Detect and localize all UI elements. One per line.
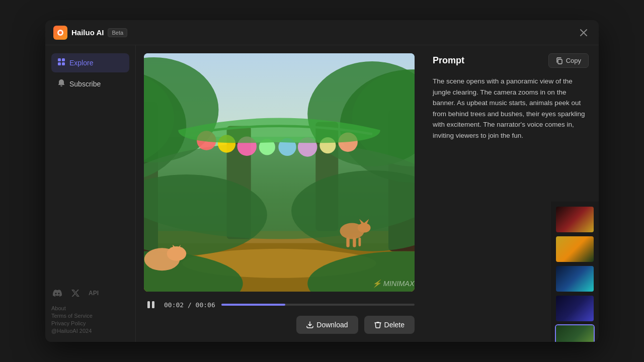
prompt-header: Prompt Copy (433, 53, 589, 68)
prompt-text: The scene opens with a panoramic view of… (433, 76, 589, 141)
thumb-img-5 (556, 325, 594, 342)
svg-text:⚡ MINIMAX | 🅗 hailuoAI: ⚡ MINIMAX | 🅗 hailuoAI (372, 279, 415, 288)
subscribe-label: Subscribe (69, 80, 101, 88)
prompt-section: Prompt Copy The scene opens with a panor… (423, 45, 599, 202)
thumb-img-1 (556, 207, 594, 232)
playback-controls-row: 00:02 / 00:06 (144, 298, 415, 312)
svg-point-1 (59, 31, 62, 34)
time-display: 00:02 / 00:06 (164, 301, 215, 309)
copy-button[interactable]: Copy (548, 53, 589, 68)
thumb-img-4 (556, 296, 594, 321)
about-link[interactable]: About (51, 305, 129, 311)
terms-link[interactable]: Terms of Service (51, 313, 129, 319)
thumb-img-2 (556, 236, 594, 262)
svg-rect-49 (152, 301, 154, 308)
explore-icon (57, 58, 65, 68)
progress-bar[interactable] (221, 304, 415, 306)
thumbnail-2[interactable] (555, 235, 595, 263)
thumb-img-3 (556, 266, 594, 292)
explore-label: Explore (69, 59, 93, 67)
logo-area: Hailuo AI Beta (53, 26, 127, 40)
thumbnail-4[interactable] (555, 295, 595, 322)
app-name: Hailuo AI (71, 28, 104, 37)
right-panel: Prompt Copy The scene opens with a panor… (423, 45, 599, 342)
pause-button[interactable] (144, 298, 158, 312)
app-window: Hailuo AI Beta (45, 20, 599, 342)
thumbnail-1[interactable] (555, 206, 595, 233)
privacy-link[interactable]: Privacy Policy (51, 320, 129, 326)
title-bar: Hailuo AI Beta (45, 20, 599, 45)
copyright-text: @HailuoAI 2024 (51, 328, 129, 334)
svg-rect-5 (62, 58, 65, 61)
thumbnail-3[interactable] (555, 265, 595, 293)
video-container[interactable]: ⚡ MINIMAX | 🅗 hailuoAI (144, 53, 415, 292)
svg-point-40 (358, 223, 371, 232)
sidebar-nav: Explore Subscribe (51, 53, 129, 287)
svg-rect-38 (353, 237, 356, 247)
close-button[interactable] (577, 26, 591, 40)
subscribe-icon (57, 79, 65, 89)
thumbnail-5[interactable] (555, 324, 595, 342)
svg-rect-50 (558, 59, 562, 64)
thumbnail-strip (551, 202, 599, 342)
prompt-title: Prompt (433, 55, 464, 66)
app-logo-icon (53, 26, 67, 40)
download-button[interactable]: Download (296, 316, 358, 334)
svg-rect-39 (358, 237, 361, 246)
svg-rect-7 (62, 62, 65, 65)
footer-links: About Terms of Service Privacy Policy @H… (51, 305, 129, 334)
video-area: ⚡ MINIMAX | 🅗 hailuoAI 00:02 / 00:06 (136, 45, 423, 342)
delete-button[interactable]: Delete (364, 316, 415, 334)
delete-label: Delete (384, 321, 405, 329)
twitter-link[interactable] (69, 287, 82, 299)
copy-label: Copy (566, 57, 581, 64)
sidebar-footer: API About Terms of Service Privacy Polic… (51, 287, 129, 334)
video-controls: 00:02 / 00:06 Download (144, 292, 415, 334)
sidebar-item-subscribe[interactable]: Subscribe (51, 74, 129, 94)
sidebar: Explore Subscribe (45, 45, 136, 342)
api-link[interactable]: API (88, 287, 100, 299)
svg-rect-6 (58, 62, 61, 65)
social-links: API (51, 287, 129, 299)
discord-link[interactable] (51, 287, 63, 299)
sidebar-item-explore[interactable]: Explore (51, 53, 129, 72)
beta-badge: Beta (108, 28, 127, 37)
svg-rect-4 (58, 58, 61, 61)
svg-rect-48 (147, 301, 150, 308)
action-buttons: Download Delete (144, 316, 415, 334)
main-content: Explore Subscribe (45, 45, 599, 342)
video-frame: ⚡ MINIMAX | 🅗 hailuoAI (144, 53, 415, 292)
right-content (423, 202, 599, 342)
progress-fill (221, 304, 285, 306)
download-label: Download (316, 321, 348, 329)
svg-rect-37 (346, 237, 349, 247)
